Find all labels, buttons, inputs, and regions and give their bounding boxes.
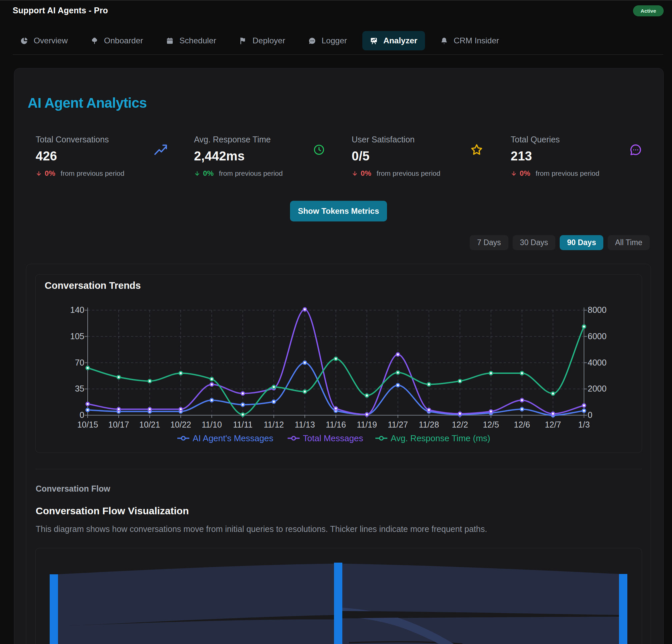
right-axis-tick: 8000 (588, 305, 607, 315)
sankey-node-mid-stage (334, 563, 342, 644)
show-tokens-metrics-button[interactable]: Show Tokens Metrics (290, 201, 387, 221)
time-range-group: 7 Days30 Days90 DaysAll Time (470, 235, 650, 250)
arrow-down-icon (194, 171, 200, 177)
right-axis-tick: 0 (588, 410, 592, 420)
right-axis-tick: 4000 (588, 358, 607, 367)
tab-label: Overview (34, 36, 68, 45)
stat-delta-pct: 0% (520, 169, 530, 178)
bell-icon (440, 37, 448, 45)
right-axis-tick: 6000 (588, 331, 607, 341)
analytics-card: Conversation Trends 03570105140020004000… (26, 264, 651, 644)
analytics-panel: AI Agent Analytics Total Conversations42… (14, 68, 664, 644)
tab-onboarder[interactable]: Onboarder (83, 31, 151, 50)
stat-label: Avg. Response Time (194, 135, 347, 144)
star-icon (470, 143, 483, 156)
left-axis-tick: 70 (75, 358, 84, 367)
legend-label: Avg. Response Time (ms) (391, 433, 490, 443)
x-axis-tick: 11/19 (357, 420, 377, 429)
stat-delta: 0%from previous period (194, 169, 347, 178)
tab-crm-insider[interactable]: CRM Insider (433, 31, 507, 50)
stat-total-queries: Total Queries2130%from previous period (511, 135, 664, 178)
x-axis-tick: 11/16 (326, 420, 346, 429)
calendar-icon (166, 37, 174, 45)
arrow-down-icon (511, 171, 517, 177)
tab-scheduler[interactable]: Scheduler (158, 31, 224, 50)
tab-label: Scheduler (179, 36, 216, 45)
clock-icon (314, 144, 324, 155)
stat-delta-suffix: from previous period (219, 169, 283, 177)
x-axis-tick: 11/10 (202, 420, 222, 429)
stat-label: Total Queries (511, 135, 664, 144)
sankey-node-initial-queries (50, 574, 58, 644)
tab-label: Deployer (253, 36, 285, 45)
stat-delta-pct: 0% (203, 169, 214, 178)
stat-delta: 0%from previous period (352, 169, 505, 178)
x-axis-tick: 11/13 (295, 420, 315, 429)
legend-label: Total Messages (303, 433, 363, 443)
stat-delta-suffix: from previous period (536, 169, 599, 177)
chart-legend: AI Agent's MessagesTotal MessagesAvg. Re… (177, 433, 490, 443)
stat-delta: 0%from previous period (36, 169, 189, 178)
x-axis-tick: 10/15 (77, 420, 98, 429)
tab-bar: OverviewOnboarderSchedulerDeployerLogger… (13, 31, 507, 50)
tab-overview[interactable]: Overview (13, 31, 75, 50)
flag-icon (239, 37, 247, 45)
tree-icon (91, 37, 98, 45)
stat-delta: 0%from previous period (511, 169, 664, 178)
presentation-chart-icon (370, 37, 378, 45)
x-axis-tick: 12/6 (514, 420, 530, 429)
arrow-down-icon (352, 171, 358, 177)
x-axis-tick: 12/5 (483, 420, 499, 429)
left-axis-tick: 140 (70, 305, 84, 315)
x-axis-tick: 12/7 (545, 420, 561, 429)
x-axis-tick: 10/22 (170, 420, 191, 429)
tab-label: Analyzer (383, 36, 417, 45)
flow-section-title: Conversation Flow Visualization (36, 505, 189, 517)
arrow-down-icon (36, 171, 42, 177)
x-axis-tick: 11/28 (419, 420, 439, 429)
range-30-days-button[interactable]: 30 Days (513, 235, 555, 250)
tab-analyzer[interactable]: Analyzer (362, 31, 425, 50)
x-axis-tick: 11/11 (233, 420, 253, 429)
stat-value: 2,442ms (194, 149, 347, 163)
flow-section-description: This diagram shows how conversations mov… (36, 524, 487, 534)
pie-chart-icon (20, 37, 28, 45)
range-all-time-button[interactable]: All Time (608, 235, 650, 250)
stat-total-conversations: Total Conversations4260%from previous pe… (36, 135, 189, 178)
stat-delta-suffix: from previous period (61, 169, 124, 177)
left-axis-tick: 105 (70, 331, 84, 341)
stat-delta-pct: 0% (45, 169, 55, 178)
flow-section-label: Conversation Flow (36, 484, 110, 494)
chart-title: Conversation Trends (45, 280, 141, 291)
tab-label: Onboarder (104, 36, 143, 45)
app-title: Support AI Agents - Pro (13, 6, 108, 15)
stat-delta-suffix: from previous period (377, 169, 440, 177)
left-axis-tick: 0 (80, 410, 84, 420)
legend-label: AI Agent's Messages (193, 433, 273, 443)
range-7-days-button[interactable]: 7 Days (470, 235, 508, 250)
tab-logger[interactable]: Logger (301, 31, 355, 50)
conversation-trends-chart: 035701051400200040006000800010/1510/1710… (36, 294, 642, 451)
stat-delta-pct: 0% (361, 169, 371, 178)
x-axis-tick: 12/2 (452, 420, 468, 429)
message-circle-icon (629, 143, 642, 156)
tab-label: CRM Insider (454, 36, 499, 45)
x-axis-tick: 11/12 (264, 420, 284, 429)
stat-user-satisfaction: User Satisfaction0/50%from previous peri… (352, 135, 505, 178)
right-axis-tick: 2000 (588, 384, 607, 393)
sankey-node-resolutions (619, 574, 627, 644)
section-separator (35, 469, 642, 469)
x-axis-tick: 1/3 (578, 420, 590, 429)
x-axis-tick: 11/27 (388, 420, 408, 429)
page-title: AI Agent Analytics (28, 95, 147, 111)
chart-grid (88, 310, 584, 415)
status-badge: Active (633, 5, 664, 16)
x-axis-tick: 10/21 (139, 420, 160, 429)
trending-up-icon (154, 144, 167, 155)
stat-avg-response-time: Avg. Response Time2,442ms0%from previous… (194, 135, 347, 178)
conversation-flow-card (35, 548, 642, 644)
message-dots-icon (308, 37, 316, 45)
tab-deployer[interactable]: Deployer (232, 31, 293, 50)
stat-label: Total Conversations (36, 135, 189, 144)
range-90-days-button[interactable]: 90 Days (560, 235, 603, 250)
